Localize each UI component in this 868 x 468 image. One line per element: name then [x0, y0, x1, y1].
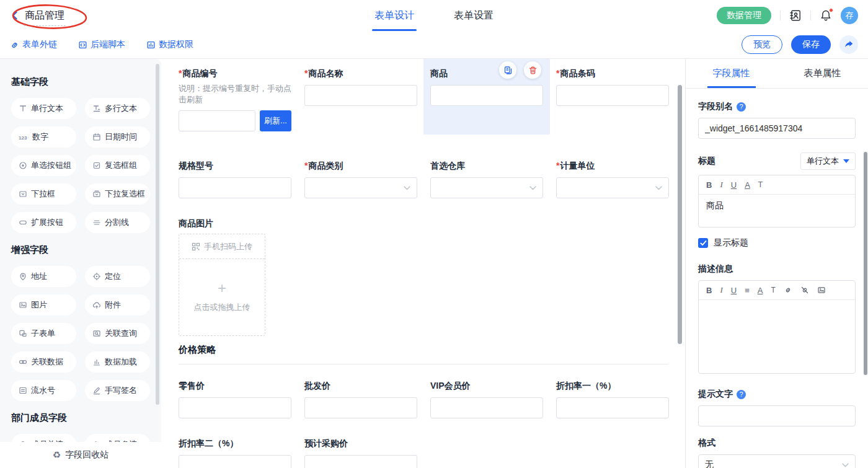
field-discount-rate-1[interactable]: 折扣率一（%）	[556, 379, 669, 418]
description-editor-content[interactable]	[699, 300, 855, 373]
canvas-scrollbar[interactable]	[678, 85, 682, 344]
field-item-subform[interactable]: 子表单	[11, 323, 76, 344]
bold-button[interactable]: B	[706, 286, 712, 295]
field-discount-rate-2[interactable]: 折扣率二（%）	[179, 437, 291, 468]
field-item-image[interactable]: 图片	[11, 294, 76, 316]
field-item-location[interactable]: 定位	[85, 266, 150, 287]
discount-rate-2-input[interactable]	[179, 455, 291, 468]
panel-scrollbar[interactable]	[864, 152, 867, 375]
field-measure-unit[interactable]: 计量单位	[556, 159, 669, 198]
field-product-name[interactable]: 商品名称	[304, 67, 417, 106]
font-color-button[interactable]: A	[745, 180, 750, 190]
product-category-select[interactable]	[304, 177, 417, 198]
field-item-number[interactable]: 123数字	[11, 126, 76, 148]
back-icon[interactable]	[10, 11, 20, 20]
tab-form-design[interactable]: 表单设计	[373, 0, 415, 31]
price-strategy-section[interactable]: 价格策略	[179, 344, 668, 364]
copy-field-button[interactable]	[499, 61, 516, 79]
field-item-expand-button[interactable]: 扩展按钮	[11, 212, 76, 233]
alias-input[interactable]	[698, 118, 856, 139]
show-title-checkbox[interactable]: 显示标题	[698, 237, 856, 249]
contacts-book-icon[interactable]	[789, 9, 802, 22]
field-product-barcode[interactable]: 商品条码	[556, 67, 669, 106]
share-button[interactable]	[839, 35, 858, 54]
font-color-button[interactable]: A	[758, 286, 763, 295]
title-editor-content[interactable]: 商品	[699, 195, 855, 227]
estimated-purchase-price-input[interactable]	[304, 455, 417, 468]
font-size-button[interactable]: T	[758, 180, 763, 189]
form-external-link[interactable]: 表单外链	[10, 39, 57, 50]
spec-model-input[interactable]	[179, 177, 291, 198]
save-button[interactable]: 保存	[791, 35, 831, 54]
hint-input[interactable]	[698, 405, 856, 426]
product-code-input[interactable]	[179, 110, 255, 131]
notification-bell-icon[interactable]	[820, 9, 832, 22]
field-item-single-line-text[interactable]: 单行文本	[11, 98, 76, 119]
field-recycle-bin[interactable]: ♻ 字段回收站	[0, 442, 161, 468]
avatar[interactable]: 存	[841, 7, 858, 24]
field-item-dropdown[interactable]: 下拉框	[11, 183, 76, 205]
help-icon[interactable]	[737, 102, 746, 112]
field-spec-model[interactable]: 规格型号	[179, 159, 291, 198]
field-item-serial-number[interactable]: 流水号	[11, 380, 76, 401]
backend-script-link[interactable]: 后端脚本	[78, 39, 125, 50]
italic-button[interactable]: I	[720, 180, 722, 190]
field-product-image[interactable]: 商品图片 手机扫码上传 + 点击或拖拽上传	[179, 217, 668, 336]
drag-upload-area[interactable]: + 点击或拖拽上传	[179, 259, 265, 335]
remove-link-button[interactable]	[800, 286, 809, 294]
bold-button[interactable]: B	[706, 180, 712, 190]
insert-image-button[interactable]	[817, 286, 826, 294]
wholesale-price-input[interactable]	[304, 397, 417, 418]
tab-field-properties[interactable]: 字段属性	[686, 59, 777, 88]
form-title[interactable]: 商品管理	[24, 9, 66, 26]
scan-upload-button[interactable]: 手机扫码上传	[179, 234, 265, 259]
field-product-category[interactable]: 商品类别	[304, 159, 417, 198]
discount-rate-1-input[interactable]	[556, 397, 669, 418]
measure-unit-select[interactable]	[556, 177, 669, 198]
underline-button[interactable]: U	[731, 286, 737, 295]
data-manage-button[interactable]: 数据管理	[717, 7, 771, 24]
field-item-multi-dropdown[interactable]: 下拉复选框	[85, 183, 150, 205]
sidebar-scrollbar[interactable]	[156, 64, 159, 405]
field-item-checkbox-group[interactable]: 复选框组	[85, 155, 150, 176]
field-item-member-single[interactable]: 成员单选	[11, 434, 76, 442]
field-item-datetime[interactable]: 日期时间	[85, 126, 150, 148]
tab-form-properties[interactable]: 表单属性	[777, 59, 868, 88]
field-retail-price[interactable]: 零售价	[179, 379, 291, 418]
field-item-address[interactable]: 地址	[11, 266, 76, 287]
field-type-select[interactable]: 单行文本	[800, 152, 856, 170]
field-estimated-purchase-price[interactable]: 预计采购价	[304, 437, 417, 468]
field-product-selected[interactable]: 商品	[430, 67, 543, 135]
field-item-member-multi[interactable]: 成员多选	[85, 434, 150, 442]
field-item-signature[interactable]: 手写签名	[85, 380, 150, 401]
field-product-code[interactable]: 商品编号 说明：提示编号重复时，手动点击刷新 刷新...	[179, 67, 291, 131]
field-item-multi-line-text[interactable]: 多行文本	[85, 98, 150, 119]
font-size-button[interactable]: T	[771, 286, 775, 294]
field-item-attachment[interactable]: 附件	[85, 294, 150, 316]
field-item-lookup[interactable]: 关联查询	[85, 323, 150, 344]
field-item-data-load[interactable]: 数据加载	[85, 351, 150, 373]
format-select[interactable]: 无	[698, 454, 856, 468]
preview-button[interactable]: 预览	[742, 35, 782, 54]
data-permission-link[interactable]: 数据权限	[146, 39, 193, 50]
italic-button[interactable]: I	[720, 285, 722, 295]
product-barcode-input[interactable]	[556, 85, 669, 106]
refresh-button[interactable]: 刷新...	[260, 110, 291, 131]
field-vip-price[interactable]: VIP会员价	[430, 379, 543, 418]
field-wholesale-price[interactable]: 批发价	[304, 379, 417, 418]
retail-price-input[interactable]	[179, 397, 291, 418]
field-item-divider[interactable]: 分割线	[85, 212, 150, 233]
field-item-radio-group[interactable]: 单选按钮组	[11, 155, 76, 176]
product-input[interactable]	[430, 85, 543, 106]
underline-button[interactable]: U	[731, 180, 737, 190]
align-button[interactable]: ≡	[745, 286, 750, 295]
insert-link-button[interactable]	[784, 286, 792, 294]
delete-field-button[interactable]	[524, 61, 541, 79]
help-icon[interactable]	[737, 390, 746, 399]
field-preferred-warehouse[interactable]: 首选仓库	[430, 159, 543, 198]
field-item-linked-data[interactable]: 关联数据	[11, 351, 76, 373]
preferred-warehouse-select[interactable]	[430, 177, 543, 198]
product-name-input[interactable]	[304, 85, 417, 106]
tab-form-settings[interactable]: 表单设置	[453, 0, 495, 31]
vip-price-input[interactable]	[430, 397, 543, 418]
